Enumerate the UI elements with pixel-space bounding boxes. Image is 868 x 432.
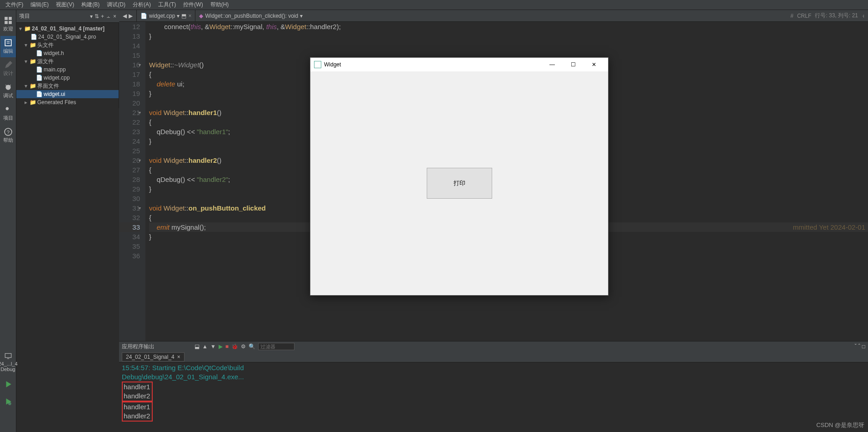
up-icon[interactable]: ▲ [202,343,208,350]
tree-forms-label: 界面文件 [37,82,59,90]
folder-icon: 📁 [30,42,36,48]
menu-file[interactable]: 文件(F) [2,1,27,9]
sync-icon[interactable]: ⇅ [95,13,99,20]
tree-headers[interactable]: ▾📁头文件 [16,41,119,49]
menu-debug[interactable]: 调试(D) [103,1,129,9]
menu-tools[interactable]: 工具(T) [155,1,180,9]
close-button[interactable]: ✕ [584,58,604,71]
breadcrumb[interactable]: ◆ Widget::on_pushButton_clicked(): void … [195,13,306,19]
menu-view[interactable]: 视图(V) [52,1,78,9]
menu-build[interactable]: 构建(B) [78,1,103,9]
cpp-file-icon: 📄 [140,13,147,19]
editor-tabbar: ◀▶ 📄 widget.cpp ▾ ⬒ × ◆ Widget::on_pushB… [119,10,868,22]
bookmark-icon[interactable]: ⬒ [181,13,186,19]
gutter[interactable]: 1213141516▾1718192021▾2223242526▾2728293… [119,22,145,341]
svg-point-14 [8,402,11,405]
settings-icon[interactable]: ⚙ [241,343,246,350]
tree-widget-ui[interactable]: 📄widget.ui [16,90,119,98]
filter-input[interactable] [258,343,294,350]
mode-edit[interactable]: 编辑 [0,36,16,57]
menu-analyze[interactable]: 分析(A) [129,1,155,9]
collapse-icon[interactable]: ˇ [855,343,857,350]
close-icon[interactable]: × [177,354,180,360]
attach-debugger-icon[interactable]: 🐞 [231,343,238,350]
run-button[interactable] [0,377,16,392]
maximize-icon[interactable]: □ [862,343,865,350]
editor-tab-widget-cpp[interactable]: 📄 widget.cpp ▾ ⬒ × [137,10,195,21]
dropdown-icon[interactable]: ▾ [177,13,180,19]
mode-project[interactable]: 项目 [0,103,16,124]
tree-widget-cpp[interactable]: 📄widget.cpp [16,74,119,82]
mode-debug[interactable]: 调试 [0,80,16,102]
split-icon[interactable]: ⫠ [106,13,111,20]
monitor-icon [4,352,12,360]
mode-design[interactable]: 设计 [0,58,16,80]
run-config-label: Debug [0,367,15,372]
widget-titlebar[interactable]: Widget — ☐ ✕ [310,58,608,71]
tree-pro-file[interactable]: 📄24_02_01_Signal_4.pro [16,33,119,41]
watermark: CSDN @是奈思呀 [816,421,864,429]
mode-edit-label: 编辑 [3,48,13,55]
output-handler1b: handler1 [124,402,150,412]
tree-headers-label: 头文件 [37,41,54,49]
tree-pro-label: 24_02_01_Signal_4.pro [38,34,96,40]
tree-sources[interactable]: ▾📁源文件 [16,57,119,65]
tree-main-cpp[interactable]: 📄main.cpp [16,65,119,74]
filter-icon[interactable]: ▾ [90,13,93,20]
dropdown-icon[interactable]: ▾ [300,13,303,19]
wrench-icon [4,105,12,114]
output-start-line: 15:54:57: Starting E:\Code\QtCode\build [122,363,865,372]
folder-icon: 📁 [30,58,36,65]
pencil-icon [4,61,12,69]
stop-icon[interactable]: ■ [225,343,229,350]
svg-rect-4 [5,40,11,46]
widget-title-label: Widget [324,61,341,68]
mode-project-label: 项目 [3,115,13,121]
mode-welcome[interactable]: 欢迎 [0,14,16,35]
run-target-label: 24_...l_4 [0,361,18,367]
mode-design-label: 设计 [3,70,13,77]
tree-widget-h[interactable]: 📄widget.h [16,49,119,57]
print-button[interactable]: 打印 [427,168,492,199]
output-handler1: handler1 [124,382,150,392]
tree-root[interactable]: ▾📁24_02_01_Signal_4 [master] [16,25,119,33]
cpp-file-icon: 📄 [36,75,42,81]
mode-help[interactable]: ? 帮助 [0,125,16,146]
svg-rect-3 [9,21,12,24]
hash-label[interactable]: # [790,13,793,19]
output-tab[interactable]: 24_02_01_Signal_4 × [122,352,185,362]
svg-line-9 [10,85,10,85]
close-pane-icon[interactable]: × [113,13,116,20]
highlight-box-1: handler1 handler2 [122,382,153,402]
down-icon[interactable]: ▼ [210,343,216,350]
breadcrumb-label: Widget::on_pushButton_clicked(): void [205,13,298,19]
mode-help-label: 帮助 [3,137,13,144]
expand-icon[interactable]: ˆ [858,343,860,350]
debug-run-button[interactable] [0,395,16,409]
attach-icon[interactable]: ⬓ [195,343,200,350]
output-body[interactable]: 15:54:57: Starting E:\Code\QtCode\build … [119,362,868,432]
run-target-selector[interactable]: 24_...l_4 Debug [0,349,16,375]
tree-generated[interactable]: ▸📁Generated Files [16,98,119,106]
split-editor-icon[interactable]: ⫞ [862,13,864,19]
project-tree[interactable]: ▾📁24_02_01_Signal_4 [master] 📄24_02_01_S… [16,23,119,108]
maximize-button[interactable]: ☐ [563,58,584,71]
menu-widgets[interactable]: 控件(W) [180,1,206,9]
menu-edit[interactable]: 编辑(E) [27,1,52,9]
menubar[interactable]: 文件(F) 编辑(E) 视图(V) 构建(B) 调试(D) 分析(A) 工具(T… [0,0,868,10]
ui-file-icon: 📄 [36,91,42,97]
add-icon[interactable]: + [101,13,104,20]
project-icon: 📁 [24,25,30,32]
close-tab-icon[interactable]: × [188,13,191,19]
tree-forms[interactable]: ▾📁界面文件 [16,82,119,90]
mode-welcome-label: 欢迎 [3,25,13,32]
widget-app-window[interactable]: Widget — ☐ ✕ 打印 [310,57,609,296]
line-ending-label[interactable]: CRLF [797,13,811,19]
menu-help[interactable]: 帮助(H) [207,1,233,9]
bug-icon [4,83,12,91]
nav-back[interactable]: ◀▶ [119,10,137,21]
folder-icon: 📁 [30,99,36,105]
cursor-position-label: 行号: 33, 列号: 21 [815,12,858,20]
minimize-button[interactable]: — [542,58,563,71]
play-icon[interactable]: ▶ [219,343,223,350]
